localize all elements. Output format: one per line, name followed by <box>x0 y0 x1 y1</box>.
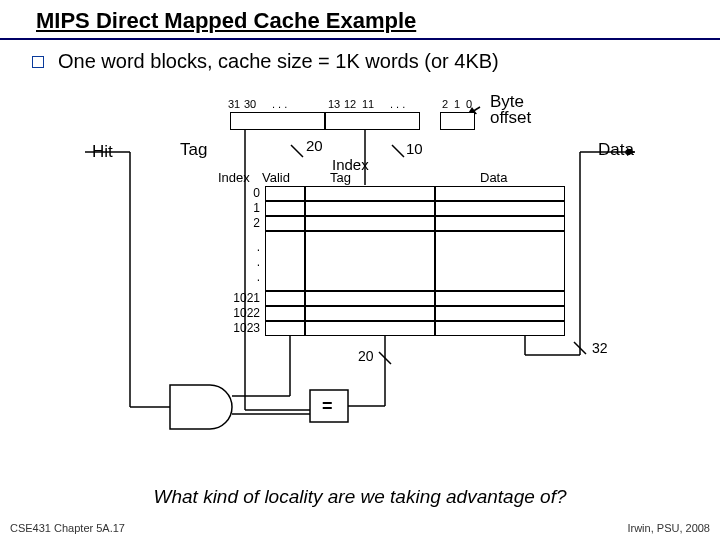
cell <box>265 321 305 336</box>
svg-line-6 <box>291 145 303 157</box>
data-out-32: 32 <box>592 340 608 356</box>
idx-1021: 1021 <box>220 291 260 305</box>
cell <box>265 306 305 321</box>
addr-tag-field <box>230 112 325 130</box>
cell <box>305 201 435 216</box>
tag-width-20: 20 <box>306 137 323 154</box>
bit-dots-b: . . . <box>390 98 405 110</box>
bullet-square-icon <box>32 56 44 68</box>
bit-12: 12 <box>344 98 356 110</box>
cell <box>265 231 305 291</box>
cell <box>305 231 435 291</box>
cell <box>265 291 305 306</box>
footer-left: CSE431 Chapter 5A.17 <box>10 522 125 534</box>
cell <box>435 291 565 306</box>
bit-31: 31 <box>228 98 240 110</box>
cell <box>305 321 435 336</box>
question-text: What kind of locality are we taking adva… <box>0 486 720 508</box>
bit-0: 0 <box>466 98 472 110</box>
bit-dots-a: . . . <box>272 98 287 110</box>
slide-title: MIPS Direct Mapped Cache Example <box>0 0 720 40</box>
bit-2: 2 <box>442 98 448 110</box>
data-label: Data <box>598 140 634 160</box>
svg-line-7 <box>392 145 404 157</box>
th-tag: Tag <box>330 170 351 185</box>
cell <box>435 186 565 201</box>
bit-1: 1 <box>454 98 460 110</box>
tag-label: Tag <box>180 140 207 160</box>
byte-offset-label: Byte offset <box>490 94 531 126</box>
cell <box>265 186 305 201</box>
cell <box>265 216 305 231</box>
tag-out-20: 20 <box>358 348 374 364</box>
th-data: Data <box>480 170 507 185</box>
index-width-10: 10 <box>406 140 423 157</box>
idx-dot: . <box>220 240 260 254</box>
addr-index-field <box>325 112 420 130</box>
cell <box>265 201 305 216</box>
idx-1: 1 <box>220 201 260 215</box>
cell <box>305 291 435 306</box>
bit-30: 30 <box>244 98 256 110</box>
idx-0: 0 <box>220 186 260 200</box>
idx-dot: . <box>220 270 260 284</box>
cell <box>435 216 565 231</box>
cell <box>435 231 565 291</box>
cell <box>305 186 435 201</box>
idx-1023: 1023 <box>220 321 260 335</box>
idx-1022: 1022 <box>220 306 260 320</box>
bit-11: 11 <box>362 98 374 110</box>
idx-2: 2 <box>220 216 260 230</box>
bullet-text: One word blocks, cache size = 1K words (… <box>58 50 499 73</box>
bullet-row: One word blocks, cache size = 1K words (… <box>0 40 720 73</box>
cell <box>305 306 435 321</box>
addr-offset-field <box>440 112 475 130</box>
cell <box>305 216 435 231</box>
th-valid: Valid <box>262 170 290 185</box>
comparator-eq: = <box>322 396 333 417</box>
bit-13: 13 <box>328 98 340 110</box>
footer-right: Irwin, PSU, 2008 <box>627 522 710 534</box>
cell <box>435 306 565 321</box>
hit-label: Hit <box>92 142 113 162</box>
th-index: Index <box>218 170 250 185</box>
idx-dot: . <box>220 255 260 269</box>
cache-diagram: 31 30 . . . 13 12 11 . . . 2 1 0 Byte of… <box>0 90 720 470</box>
cell <box>435 201 565 216</box>
cell <box>435 321 565 336</box>
